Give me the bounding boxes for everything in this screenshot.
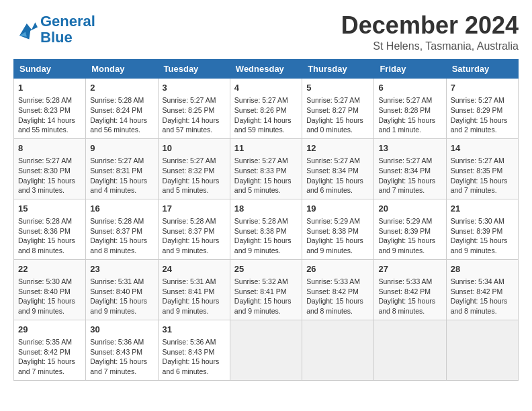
day-info: Sunrise: 5:27 AMSunset: 8:31 PMDaylight:… <box>90 156 153 195</box>
calendar-day-cell: 9Sunrise: 5:27 AMSunset: 8:31 PMDaylight… <box>86 138 158 199</box>
calendar-day-cell: 28Sunrise: 5:34 AMSunset: 8:42 PMDayligh… <box>446 259 518 320</box>
weekday-header: Thursday <box>302 60 374 79</box>
day-info: Sunrise: 5:36 AMSunset: 8:43 PMDaylight:… <box>90 337 153 377</box>
day-info: Sunrise: 5:27 AMSunset: 8:28 PMDaylight:… <box>378 95 441 135</box>
logo-icon <box>13 17 38 42</box>
day-number: 25 <box>234 263 298 275</box>
day-number: 8 <box>18 142 81 154</box>
day-info: Sunrise: 5:36 AMSunset: 8:43 PMDaylight:… <box>163 337 226 377</box>
calendar-day-cell: 13Sunrise: 5:27 AMSunset: 8:34 PMDayligh… <box>374 138 446 199</box>
calendar-day-cell: 17Sunrise: 5:28 AMSunset: 8:37 PMDayligh… <box>158 199 230 259</box>
calendar-week-row: 15Sunrise: 5:28 AMSunset: 8:36 PMDayligh… <box>14 199 519 259</box>
calendar-day-cell <box>302 320 374 380</box>
day-info: Sunrise: 5:33 AMSunset: 8:42 PMDaylight:… <box>378 277 441 316</box>
day-number: 12 <box>306 142 369 154</box>
day-number: 23 <box>90 263 153 275</box>
day-info: Sunrise: 5:32 AMSunset: 8:41 PMDaylight:… <box>234 277 298 316</box>
calendar-day-cell: 24Sunrise: 5:31 AMSunset: 8:41 PMDayligh… <box>158 259 230 320</box>
weekday-header: Sunday <box>14 60 86 79</box>
day-number: 13 <box>378 142 441 154</box>
day-info: Sunrise: 5:27 AMSunset: 8:32 PMDaylight:… <box>163 156 226 195</box>
day-info: Sunrise: 5:35 AMSunset: 8:42 PMDaylight:… <box>18 337 81 377</box>
calendar-day-cell: 19Sunrise: 5:29 AMSunset: 8:38 PMDayligh… <box>302 199 374 259</box>
day-number: 10 <box>163 142 226 154</box>
calendar-day-cell: 1Sunrise: 5:28 AMSunset: 8:23 PMDaylight… <box>14 79 86 139</box>
day-info: Sunrise: 5:28 AMSunset: 8:38 PMDaylight:… <box>234 216 298 256</box>
day-info: Sunrise: 5:28 AMSunset: 8:37 PMDaylight:… <box>90 216 153 256</box>
weekday-header: Friday <box>374 60 446 79</box>
calendar-day-cell: 22Sunrise: 5:30 AMSunset: 8:40 PMDayligh… <box>14 259 86 320</box>
day-number: 15 <box>18 203 81 215</box>
day-info: Sunrise: 5:28 AMSunset: 8:36 PMDaylight:… <box>18 216 81 256</box>
day-info: Sunrise: 5:30 AMSunset: 8:40 PMDaylight:… <box>18 277 81 316</box>
calendar-day-cell: 23Sunrise: 5:31 AMSunset: 8:40 PMDayligh… <box>86 259 158 320</box>
day-number: 24 <box>163 263 226 275</box>
day-info: Sunrise: 5:27 AMSunset: 8:34 PMDaylight:… <box>378 156 441 195</box>
day-info: Sunrise: 5:27 AMSunset: 8:26 PMDaylight:… <box>234 95 298 135</box>
weekday-header: Wednesday <box>230 60 302 79</box>
calendar-day-cell: 26Sunrise: 5:33 AMSunset: 8:42 PMDayligh… <box>302 259 374 320</box>
day-number: 4 <box>234 82 298 94</box>
day-info: Sunrise: 5:34 AMSunset: 8:42 PMDaylight:… <box>451 277 514 316</box>
day-number: 30 <box>90 324 153 336</box>
calendar-week-row: 8Sunrise: 5:27 AMSunset: 8:30 PMDaylight… <box>14 138 519 199</box>
day-number: 26 <box>306 263 369 275</box>
day-info: Sunrise: 5:27 AMSunset: 8:27 PMDaylight:… <box>306 95 369 135</box>
day-number: 3 <box>163 82 226 94</box>
day-number: 1 <box>18 82 81 94</box>
day-number: 6 <box>378 82 441 94</box>
calendar-day-cell: 7Sunrise: 5:27 AMSunset: 8:29 PMDaylight… <box>446 79 518 139</box>
title-block: December 2024 St Helens, Tasmania, Austr… <box>341 13 519 52</box>
day-info: Sunrise: 5:27 AMSunset: 8:29 PMDaylight:… <box>451 95 514 135</box>
calendar-day-cell <box>230 320 302 380</box>
weekday-header: Saturday <box>446 60 518 79</box>
day-number: 5 <box>306 82 369 94</box>
calendar-day-cell: 31Sunrise: 5:36 AMSunset: 8:43 PMDayligh… <box>158 320 230 380</box>
calendar-day-cell: 15Sunrise: 5:28 AMSunset: 8:36 PMDayligh… <box>14 199 86 259</box>
calendar-week-row: 29Sunrise: 5:35 AMSunset: 8:42 PMDayligh… <box>14 320 519 380</box>
calendar-day-cell: 10Sunrise: 5:27 AMSunset: 8:32 PMDayligh… <box>158 138 230 199</box>
day-info: Sunrise: 5:27 AMSunset: 8:35 PMDaylight:… <box>451 156 514 195</box>
calendar-day-cell: 12Sunrise: 5:27 AMSunset: 8:34 PMDayligh… <box>302 138 374 199</box>
calendar-day-cell: 2Sunrise: 5:28 AMSunset: 8:24 PMDaylight… <box>86 79 158 139</box>
calendar-day-cell <box>446 320 518 380</box>
day-number: 2 <box>90 82 153 94</box>
calendar-table: SundayMondayTuesdayWednesdayThursdayFrid… <box>13 59 519 381</box>
logo-text: General Blue <box>40 13 95 46</box>
day-info: Sunrise: 5:27 AMSunset: 8:25 PMDaylight:… <box>163 95 226 135</box>
day-number: 31 <box>163 324 226 336</box>
location-title: St Helens, Tasmania, Australia <box>341 40 519 52</box>
day-info: Sunrise: 5:27 AMSunset: 8:34 PMDaylight:… <box>306 156 369 195</box>
day-info: Sunrise: 5:30 AMSunset: 8:39 PMDaylight:… <box>451 216 514 256</box>
weekday-header: Tuesday <box>158 60 230 79</box>
day-number: 28 <box>451 263 514 275</box>
calendar-day-cell: 25Sunrise: 5:32 AMSunset: 8:41 PMDayligh… <box>230 259 302 320</box>
day-info: Sunrise: 5:29 AMSunset: 8:39 PMDaylight:… <box>378 216 441 256</box>
day-number: 11 <box>234 142 298 154</box>
calendar-day-cell: 4Sunrise: 5:27 AMSunset: 8:26 PMDaylight… <box>230 79 302 139</box>
svg-marker-0 <box>19 22 38 39</box>
day-number: 21 <box>451 203 514 215</box>
day-number: 27 <box>378 263 441 275</box>
calendar-day-cell: 29Sunrise: 5:35 AMSunset: 8:42 PMDayligh… <box>14 320 86 380</box>
calendar-week-row: 22Sunrise: 5:30 AMSunset: 8:40 PMDayligh… <box>14 259 519 320</box>
weekday-header: Monday <box>86 60 158 79</box>
calendar-day-cell: 27Sunrise: 5:33 AMSunset: 8:42 PMDayligh… <box>374 259 446 320</box>
day-number: 14 <box>451 142 514 154</box>
calendar-day-cell: 5Sunrise: 5:27 AMSunset: 8:27 PMDaylight… <box>302 79 374 139</box>
day-number: 29 <box>18 324 81 336</box>
calendar-day-cell: 14Sunrise: 5:27 AMSunset: 8:35 PMDayligh… <box>446 138 518 199</box>
day-number: 17 <box>163 203 226 215</box>
day-number: 7 <box>451 82 514 94</box>
day-info: Sunrise: 5:28 AMSunset: 8:24 PMDaylight:… <box>90 95 153 135</box>
day-info: Sunrise: 5:29 AMSunset: 8:38 PMDaylight:… <box>306 216 369 256</box>
calendar-day-cell: 30Sunrise: 5:36 AMSunset: 8:43 PMDayligh… <box>86 320 158 380</box>
day-info: Sunrise: 5:31 AMSunset: 8:41 PMDaylight:… <box>163 277 226 316</box>
calendar-day-cell: 18Sunrise: 5:28 AMSunset: 8:38 PMDayligh… <box>230 199 302 259</box>
day-number: 18 <box>234 203 298 215</box>
day-number: 9 <box>90 142 153 154</box>
calendar-day-cell <box>374 320 446 380</box>
calendar-day-cell: 8Sunrise: 5:27 AMSunset: 8:30 PMDaylight… <box>14 138 86 199</box>
day-info: Sunrise: 5:27 AMSunset: 8:30 PMDaylight:… <box>18 156 81 195</box>
calendar-day-cell: 6Sunrise: 5:27 AMSunset: 8:28 PMDaylight… <box>374 79 446 139</box>
